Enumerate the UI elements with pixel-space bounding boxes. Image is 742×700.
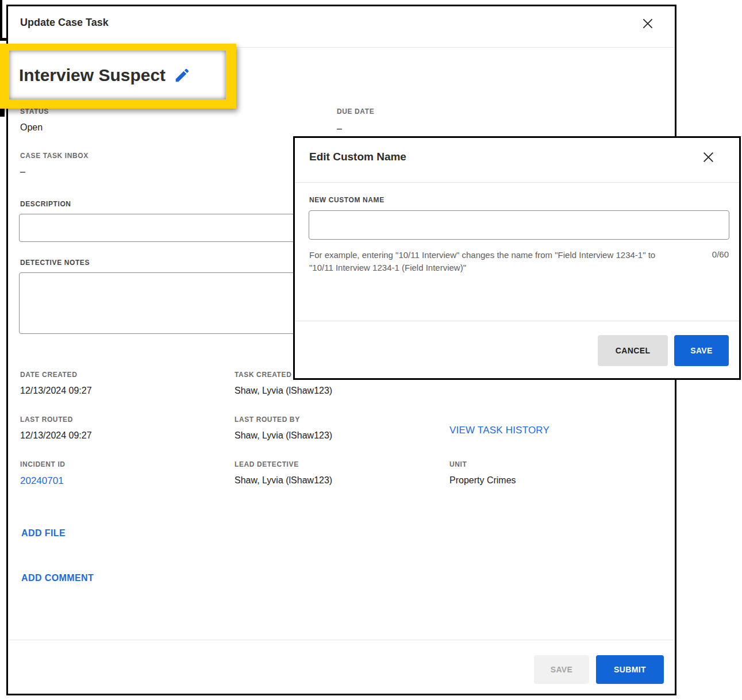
add-comment-link[interactable]: ADD COMMENT [21, 573, 94, 583]
close-icon[interactable] [699, 148, 717, 166]
submit-button[interactable]: SUBMIT [596, 655, 664, 684]
date-created-label: DATE CREATED [20, 371, 77, 379]
footer-divider [8, 640, 675, 640]
last-routed-by-value: Shaw, Lyvia (lShaw123) [234, 430, 332, 441]
lead-detective-label: LEAD DETECTIVE [234, 460, 299, 468]
background-window-border-fragment [0, 109, 5, 117]
unit-label: UNIT [449, 460, 467, 468]
dialog-title: Update Case Task [20, 17, 109, 29]
case-task-inbox-label: CASE TASK INBOX [20, 152, 89, 160]
due-date-value: – [337, 124, 342, 134]
status-value: Open [20, 122, 43, 133]
last-routed-by-label: LAST ROUTED BY [234, 416, 300, 424]
unit-value: Property Crimes [449, 475, 516, 486]
incident-id-label: INCIDENT ID [20, 460, 66, 468]
helper-text: For example, entering "10/11 Interview" … [309, 249, 678, 274]
task-name-box: Interview Suspect [9, 51, 226, 99]
last-routed-value: 12/13/2024 09:27 [20, 430, 92, 441]
due-date-label: DUE DATE [337, 107, 374, 116]
save-button[interactable]: SAVE [674, 335, 729, 366]
modal-header-divider [295, 182, 739, 183]
edit-custom-name-modal: Edit Custom Name NEW CUSTOM NAME For exa… [293, 136, 741, 380]
last-routed-label: LAST ROUTED [20, 416, 73, 424]
close-icon[interactable] [639, 15, 656, 32]
new-custom-name-input[interactable] [309, 210, 729, 240]
case-task-inbox-value: – [20, 167, 25, 177]
description-label: DESCRIPTION [20, 200, 71, 208]
cancel-button[interactable]: CANCEL [598, 335, 668, 366]
view-task-history-link[interactable]: VIEW TASK HISTORY [449, 425, 549, 436]
save-button[interactable]: SAVE [534, 655, 589, 684]
task-created-by-value: Shaw, Lyvia (lShaw123) [234, 386, 332, 396]
detective-notes-label: DETECTIVE NOTES [20, 259, 90, 267]
new-custom-name-label: NEW CUSTOM NAME [309, 196, 385, 204]
incident-id-link[interactable]: 20240701 [20, 475, 64, 487]
pencil-icon[interactable] [174, 67, 191, 84]
add-file-link[interactable]: ADD FILE [21, 528, 66, 539]
task-name: Interview Suspect [19, 66, 166, 85]
lead-detective-value: Shaw, Lyvia (lShaw123) [234, 475, 332, 486]
date-created-value: 12/13/2024 09:27 [20, 386, 92, 396]
status-label: STATUS [20, 107, 49, 116]
char-counter: 0/60 [712, 249, 729, 259]
highlight-callout: Interview Suspect [0, 44, 236, 109]
modal-footer-divider [295, 321, 739, 321]
screen: Update Case Task STATUS Open DUE DATE – … [0, 0, 742, 700]
modal-title: Edit Custom Name [309, 151, 406, 163]
background-window-border-fragment [0, 0, 2, 40]
